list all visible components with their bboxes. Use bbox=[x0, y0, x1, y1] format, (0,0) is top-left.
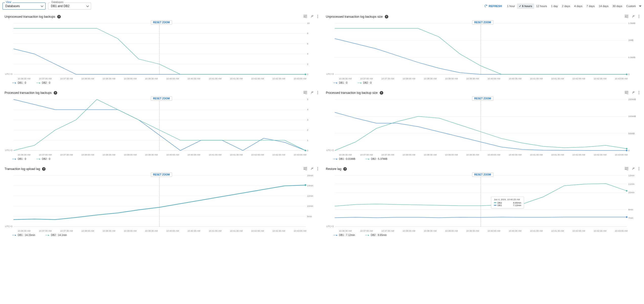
charts-grid: Unprocessed transaction log backups ? RE… bbox=[3, 14, 641, 238]
legend-item-DB2[interactable]: —●DB2 : 0 bbox=[36, 158, 50, 160]
share-icon[interactable] bbox=[632, 167, 635, 171]
plot-area[interactable]: RESET ZOOM 012345 UTC+3 bbox=[5, 96, 318, 154]
svg-point-94 bbox=[305, 184, 306, 186]
svg-point-37 bbox=[626, 74, 628, 75]
legend-item-DB1[interactable]: —●DB1 : 14.15min bbox=[12, 234, 35, 236]
legend-item-DB2[interactable]: —●DB2 : 14.1min bbox=[45, 234, 67, 236]
svg-point-58 bbox=[305, 150, 306, 151]
chart-title: Restore lag bbox=[326, 167, 341, 171]
legend-item-DB1[interactable]: —●DB1 : 7.12min bbox=[333, 234, 355, 236]
svg-text:1.5MiB: 1.5MiB bbox=[628, 22, 635, 25]
time-range-2-days[interactable]: 2 days bbox=[560, 4, 572, 9]
plot-area[interactable]: RESET ZOOM 0246810 UTC+3 bbox=[5, 20, 318, 78]
legend: —●DB1 : 0—●DB2 : 0 bbox=[326, 81, 639, 84]
reset-zoom-button[interactable]: RESET ZOOM bbox=[472, 20, 493, 25]
svg-rect-96 bbox=[625, 168, 628, 169]
svg-text:12min: 12min bbox=[307, 195, 313, 197]
utc-label: UTC+3 bbox=[5, 149, 12, 151]
svg-point-79 bbox=[317, 168, 318, 169]
svg-rect-0 bbox=[304, 15, 307, 15]
time-range-14-days[interactable]: 14 days bbox=[597, 4, 611, 9]
time-range-1-hour[interactable]: 1 hour bbox=[505, 4, 517, 9]
svg-text:10min: 10min bbox=[307, 205, 313, 207]
legend-toggle-icon[interactable] bbox=[304, 91, 307, 95]
share-icon[interactable] bbox=[311, 167, 314, 171]
reset-zoom-button[interactable]: RESET ZOOM bbox=[472, 172, 493, 177]
reset-zoom-button[interactable]: RESET ZOOM bbox=[151, 172, 172, 177]
more-icon[interactable] bbox=[317, 15, 318, 19]
plot-area[interactable]: RESET ZOOM 7min8min10min11min12min UTC+3… bbox=[326, 172, 639, 230]
reset-zoom-button[interactable]: RESET ZOOM bbox=[151, 20, 172, 25]
svg-text:4: 4 bbox=[307, 108, 308, 111]
legend: —●DB1 : 0.01MiB—●DB2 : 5.37MiB bbox=[326, 158, 639, 160]
legend-toggle-icon[interactable] bbox=[625, 167, 628, 171]
time-range-4-days[interactable]: 4 days bbox=[572, 4, 584, 9]
share-icon[interactable] bbox=[632, 15, 635, 18]
more-icon[interactable] bbox=[638, 91, 639, 95]
svg-text:8min: 8min bbox=[628, 208, 633, 211]
help-icon[interactable]: ? bbox=[57, 15, 61, 18]
help-icon[interactable]: ? bbox=[343, 167, 347, 171]
legend-item-DB2[interactable]: —●DB2 : 0 bbox=[357, 81, 371, 84]
more-icon[interactable] bbox=[317, 167, 318, 171]
legend-item-DB2[interactable]: —●DB2 : 0 bbox=[36, 81, 50, 84]
reset-zoom-button[interactable]: RESET ZOOM bbox=[472, 96, 493, 101]
help-icon[interactable]: ? bbox=[54, 91, 57, 95]
svg-point-97 bbox=[639, 167, 639, 168]
legend-item-DB2[interactable]: —●DB2 : 5.37MiB bbox=[366, 158, 388, 160]
legend-item-DB2[interactable]: —●DB2 : 8.65min bbox=[365, 234, 387, 236]
help-icon[interactable]: ? bbox=[42, 167, 46, 171]
chart-title: Unprocessed transaction log backups size bbox=[326, 15, 383, 18]
legend-toggle-icon[interactable] bbox=[304, 15, 307, 18]
svg-point-24 bbox=[639, 16, 639, 17]
time-range-12-hours[interactable]: 12 hours bbox=[534, 4, 549, 9]
plot-area[interactable]: RESET ZOOM 8min10min12min14min16min UTC+… bbox=[5, 172, 318, 230]
filters: View Databases Databases DB1 and DB2 bbox=[3, 3, 91, 10]
legend-item-DB1[interactable]: —●DB1 : 0.01MiB bbox=[333, 158, 355, 160]
time-range-7-days[interactable]: 7 days bbox=[585, 4, 597, 9]
share-icon[interactable] bbox=[632, 91, 635, 95]
legend: —●DB1 : 14.15min—●DB2 : 14.1min bbox=[5, 234, 318, 236]
custom-caret-icon[interactable] bbox=[639, 5, 641, 8]
svg-text:0.5MiB: 0.5MiB bbox=[628, 56, 635, 59]
refresh-button[interactable]: REFRESH bbox=[484, 4, 502, 8]
share-icon[interactable] bbox=[311, 91, 314, 95]
share-icon[interactable] bbox=[311, 15, 314, 18]
legend-toggle-icon[interactable] bbox=[625, 91, 628, 95]
databases-select[interactable]: Databases DB1 and DB2 bbox=[48, 3, 91, 10]
plot-area[interactable]: RESET ZOOM 050MiB100MiB150MiB UTC+3 bbox=[326, 96, 639, 154]
time-range-6-hours[interactable]: 6 hours bbox=[517, 4, 534, 9]
time-range-30-days[interactable]: 30 days bbox=[611, 4, 625, 9]
svg-text:1MiB: 1MiB bbox=[628, 39, 634, 41]
time-range-toolbar: REFRESH 1 hour6 hours12 hours1 day2 days… bbox=[484, 4, 641, 9]
legend-item-DB1[interactable]: —●DB1 : 0 bbox=[12, 158, 26, 160]
plot-area[interactable]: RESET ZOOM 00.5MiB1MiB1.5MiB UTC+3 bbox=[326, 20, 639, 78]
view-select[interactable]: View Databases bbox=[3, 3, 46, 10]
time-range-1-day[interactable]: 1 day bbox=[549, 4, 560, 9]
more-icon[interactable] bbox=[317, 91, 318, 95]
svg-point-23 bbox=[639, 15, 639, 16]
help-icon[interactable]: ? bbox=[385, 15, 388, 18]
legend-toggle-icon[interactable] bbox=[625, 15, 628, 18]
help-icon[interactable]: ? bbox=[380, 91, 383, 95]
svg-text:0: 0 bbox=[628, 73, 630, 76]
svg-text:0: 0 bbox=[307, 73, 308, 76]
svg-point-78 bbox=[317, 167, 318, 168]
svg-text:5: 5 bbox=[307, 98, 308, 101]
svg-rect-1 bbox=[304, 16, 307, 17]
svg-point-99 bbox=[639, 170, 639, 170]
legend: —●DB1 : 0—●DB2 : 0 bbox=[5, 158, 318, 160]
legend-toggle-icon[interactable] bbox=[304, 167, 307, 171]
svg-point-2 bbox=[317, 15, 318, 16]
svg-text:16min: 16min bbox=[307, 174, 313, 177]
reset-zoom-button[interactable]: RESET ZOOM bbox=[151, 96, 172, 101]
svg-point-41 bbox=[317, 92, 318, 93]
svg-text:3: 3 bbox=[307, 119, 308, 121]
svg-point-3 bbox=[317, 16, 318, 17]
time-range-Custom[interactable]: Custom bbox=[624, 4, 638, 9]
legend-item-DB1[interactable]: —●DB1 : 0 bbox=[12, 81, 26, 84]
legend-item-DB1[interactable]: —●DB1 : 0 bbox=[333, 81, 347, 84]
more-icon[interactable] bbox=[638, 167, 639, 171]
chart-proc_count: Processed transaction log backups ? RESE… bbox=[3, 90, 320, 162]
more-icon[interactable] bbox=[638, 15, 639, 19]
